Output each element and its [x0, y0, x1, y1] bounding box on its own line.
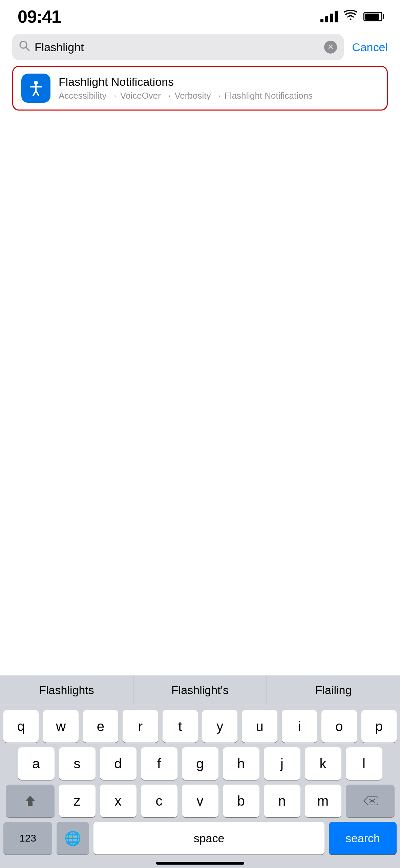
status-time: 09:41	[18, 6, 61, 27]
accessibility-icon	[21, 74, 50, 103]
key-s[interactable]: s	[59, 747, 96, 780]
key-e[interactable]: e	[83, 710, 118, 743]
delete-key[interactable]	[346, 785, 395, 817]
key-f[interactable]: f	[141, 747, 177, 780]
search-icon	[19, 40, 30, 54]
keyboard-row-1: q w e r t y u i o p	[3, 710, 397, 743]
key-u[interactable]: u	[242, 710, 277, 743]
key-z[interactable]: z	[59, 785, 96, 817]
search-results: Flashlight Notifications Accessibility →…	[0, 66, 400, 111]
key-n[interactable]: n	[264, 785, 300, 817]
autocomplete-word-0[interactable]: Flashlights	[0, 675, 133, 705]
keyboard-row-3: z x c v b n m	[3, 785, 397, 817]
key-d[interactable]: d	[100, 747, 136, 780]
key-i[interactable]: i	[282, 710, 317, 743]
clear-search-button[interactable]: ✕	[324, 41, 337, 54]
keyboard-rows: q w e r t y u i o p a s d f g h j k l	[0, 705, 400, 817]
key-c[interactable]: c	[141, 785, 177, 817]
key-b[interactable]: b	[223, 785, 259, 817]
svg-line-1	[26, 47, 29, 51]
key-l[interactable]: l	[346, 747, 382, 780]
home-indicator	[156, 862, 244, 865]
key-a[interactable]: a	[18, 747, 55, 780]
result-breadcrumb: Accessibility → VoiceOver → Verbosity → …	[59, 91, 379, 101]
globe-key[interactable]: 🌐	[57, 822, 89, 854]
signal-icon	[320, 11, 338, 22]
status-bar: 09:41	[0, 0, 400, 31]
keyboard: Flashlights Flashlight's Flailing q w e …	[0, 675, 400, 868]
cancel-button[interactable]: Cancel	[352, 41, 388, 54]
key-o[interactable]: o	[321, 710, 357, 743]
result-text: Flashlight Notifications Accessibility →…	[59, 75, 379, 101]
shift-key[interactable]	[6, 785, 55, 817]
autocomplete-word-2[interactable]: Flailing	[267, 675, 400, 705]
key-g[interactable]: g	[182, 747, 218, 780]
key-h[interactable]: h	[223, 747, 259, 780]
search-input[interactable]: Flashlight	[35, 41, 319, 54]
space-key[interactable]: space	[93, 822, 324, 854]
status-icons	[320, 10, 382, 23]
keyboard-row-2: a s d f g h j k l	[3, 747, 397, 780]
search-key[interactable]: search	[329, 822, 397, 854]
wifi-icon	[344, 10, 357, 23]
key-r[interactable]: r	[123, 710, 158, 743]
svg-line-5	[33, 91, 36, 96]
key-x[interactable]: x	[100, 785, 136, 817]
key-k[interactable]: k	[305, 747, 341, 780]
autocomplete-word-1[interactable]: Flashlight's	[133, 675, 267, 705]
numeric-key[interactable]: 123	[3, 822, 52, 854]
key-v[interactable]: v	[182, 785, 218, 817]
result-item[interactable]: Flashlight Notifications Accessibility →…	[12, 66, 388, 111]
battery-icon	[363, 12, 382, 21]
search-bar[interactable]: Flashlight ✕	[12, 34, 344, 60]
key-t[interactable]: t	[163, 710, 198, 743]
autocomplete-bar: Flashlights Flashlight's Flailing	[0, 675, 400, 705]
keyboard-bottom-row: 123 🌐 space search	[0, 822, 400, 854]
key-y[interactable]: y	[202, 710, 237, 743]
key-j[interactable]: j	[264, 747, 300, 780]
key-w[interactable]: w	[43, 710, 78, 743]
result-title: Flashlight Notifications	[59, 75, 379, 88]
search-bar-container: Flashlight ✕ Cancel	[0, 31, 400, 66]
key-p[interactable]: p	[361, 710, 397, 743]
key-m[interactable]: m	[305, 785, 341, 817]
svg-line-6	[36, 91, 39, 96]
key-q[interactable]: q	[3, 710, 39, 743]
